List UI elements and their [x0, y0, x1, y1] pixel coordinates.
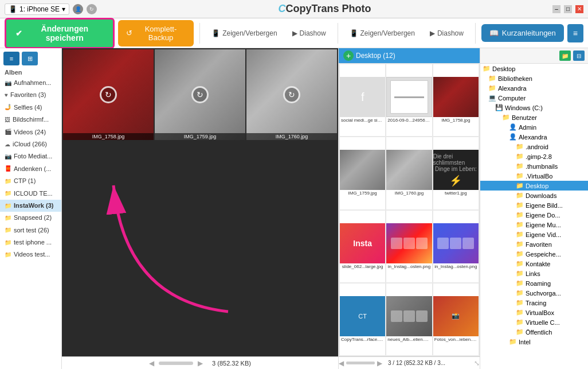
- tree-item-admin[interactable]: 👤 Admin: [480, 122, 588, 132]
- sidebar-item-sort-test[interactable]: 📁 sort test (26): [0, 224, 61, 236]
- desktop-photo-instagram1[interactable]: in_Instag...osten.png: [386, 211, 432, 282]
- backup-icon: ↺: [126, 29, 132, 37]
- diashow-button-1[interactable]: ▶ Diashow: [287, 26, 332, 41]
- tree-item-windows-c[interactable]: 💾 Windows (C:): [480, 103, 588, 112]
- folder-icon: 📁: [516, 231, 524, 238]
- tree-item-alexandra-user[interactable]: 👤 Alexandra: [480, 132, 588, 142]
- account-icon[interactable]: 👤: [73, 4, 83, 14]
- desktop-photo-doc[interactable]: 2016-09-0...24956.png: [386, 64, 432, 136]
- separator-2: [338, 23, 338, 44]
- tree-item-bibliotheken[interactable]: 📁 Bibliotheken: [480, 73, 588, 83]
- diashow-button-2[interactable]: ▶ Diashow: [424, 26, 469, 41]
- iphone-photo-1759[interactable]: ↻ IMG_1759.jpg: [155, 49, 245, 140]
- sidebar-item-foto-mediat[interactable]: 📷 Foto Mediat...: [0, 150, 61, 162]
- tree-item-eigene-dok[interactable]: 📁 Eigene Do...: [480, 210, 588, 220]
- iphone-statusbar: ◀ ▶ 3 (852.32 KB): [62, 356, 338, 369]
- tree-item-links[interactable]: 📁 Links: [480, 269, 588, 278]
- scroll-right-icon[interactable]: ▶: [198, 359, 203, 367]
- tree-item-desktop-root[interactable]: 📁 Desktop: [480, 64, 588, 73]
- tree-item-thumbnails[interactable]: 📁 .thumbnails: [480, 161, 588, 171]
- desktop-scroll-left[interactable]: ◀: [339, 359, 344, 367]
- sidebar-item-instawork[interactable]: 📁 InstaWork (3): [0, 200, 61, 212]
- desktop-scroll-right[interactable]: ▶: [377, 359, 382, 367]
- app-title: CCopyTrans Photo: [279, 3, 371, 15]
- folder-icon-icloud: 📁: [5, 189, 11, 197]
- sidebar-item-favoriten[interactable]: ♥ Favoriten (3): [0, 89, 61, 101]
- filetree-collapse-button[interactable]: ⊟: [573, 51, 585, 61]
- tree-item-favoriten-tree[interactable]: 📁 Favoriten: [480, 239, 588, 249]
- add-to-desktop-button[interactable]: +: [343, 51, 354, 61]
- tree-item-tracing[interactable]: 📁 Tracing: [480, 298, 588, 308]
- desktop-photo-1760[interactable]: IMG_1760.jpg: [386, 137, 432, 209]
- tree-item-android[interactable]: 📁 .android: [480, 142, 588, 152]
- iphone-photo-grid: ↻ IMG_1758.jpg ↻ IMG_1759.jpg ↻ IMG_1760…: [62, 48, 338, 356]
- iphone-photo-1758[interactable]: ↻ IMG_1758.jpg: [63, 49, 154, 140]
- iphone-photo-1760[interactable]: ↻ IMG_1760.jpg: [246, 49, 337, 140]
- sidebar-item-icloud-te[interactable]: 📁 ICLOUD TE...: [0, 188, 61, 200]
- desktop-photo-social[interactable]: f social medi...ge size.jpg: [340, 64, 385, 136]
- desktop-photo-twitter[interactable]: Die drei schlimmsten Dinge im Leben: ⚡ t…: [433, 137, 479, 209]
- desktop-photo-fotos[interactable]: 📸 Fotos_von...ieben.png: [433, 283, 479, 355]
- save-button[interactable]: ✔ Änderungen speichern: [5, 18, 115, 49]
- sidebar-view-btn-1[interactable]: ≡: [3, 52, 19, 65]
- desktop-photo-1758[interactable]: IMG_1758.jpg: [433, 64, 479, 136]
- scrollbar[interactable]: [159, 362, 193, 365]
- desktop-photo-instagram2[interactable]: in_Instag...osten.png: [433, 211, 479, 282]
- separator-1: [199, 23, 200, 44]
- tree-item-benutzer[interactable]: 📁 Benutzer: [480, 112, 588, 122]
- tree-item-eigene-mu[interactable]: 📁 Eigene Mu...: [480, 220, 588, 230]
- sidebar-item-ctp[interactable]: 📁 CTP (1): [0, 175, 61, 187]
- folder-icon: 📁: [516, 201, 524, 209]
- tree-item-gimp[interactable]: 📁 .gimp-2.8: [480, 152, 588, 161]
- tree-item-intel[interactable]: 📁 Intel: [480, 337, 588, 347]
- sidebar-item-bildschirm[interactable]: 🖼 Bildschirmf...: [0, 114, 61, 126]
- sidebar-item-selfies[interactable]: 🤳 Selfies (4): [0, 102, 61, 114]
- sidebar-item-snapseed[interactable]: 📁 Snapseed (2): [0, 212, 61, 224]
- screen-icon: 🖼: [5, 116, 10, 124]
- desktop-photo-label-copytrans: CopyTrans...rface.png: [340, 336, 385, 343]
- tree-item-oeffentlich[interactable]: 📁 Öffentlich: [480, 327, 588, 337]
- tree-item-virtuelle-c[interactable]: 📁 Virtuelle C...: [480, 317, 588, 327]
- desktop-photo-slide[interactable]: Insta slide_062...large.jpg: [340, 211, 385, 282]
- tree-item-desktop-selected[interactable]: 📁 Desktop: [480, 181, 588, 191]
- sidebar-item-icloud[interactable]: ☁ iCloud (266): [0, 138, 61, 150]
- new-folder-button[interactable]: 📁: [559, 51, 571, 61]
- tree-item-virtualbox[interactable]: 📁 VirtualBox: [480, 308, 588, 317]
- iphone-panel: ↻ IMG_1758.jpg ↻ IMG_1759.jpg ↻ IMG_1760…: [62, 48, 338, 369]
- play-icon-1: ▶: [292, 29, 297, 37]
- tree-item-kontakte[interactable]: 📁 Kontakte: [480, 259, 588, 269]
- desktop-photo-album[interactable]: neues_Alb...ellen.png: [386, 283, 432, 355]
- maximize-button[interactable]: □: [564, 5, 572, 13]
- tree-item-virtualbo[interactable]: 📁 .VirtualBo: [480, 171, 588, 181]
- desktop-photo-copytrans[interactable]: CT CopyTrans...rface.png: [340, 283, 385, 355]
- tree-item-eigene-bild[interactable]: 📁 Eigene Bild...: [480, 200, 588, 210]
- sidebar-item-videos-test[interactable]: 📁 Videos test...: [0, 248, 61, 261]
- desktop-photo-1759[interactable]: IMG_1759.jpg: [340, 137, 385, 209]
- tree-item-suchvorga[interactable]: 📁 Suchvorga...: [480, 288, 588, 298]
- tree-item-computer[interactable]: 💻 Computer: [480, 93, 588, 103]
- sidebar-item-videos[interactable]: 🎬 Videos (24): [0, 126, 61, 138]
- show-hide-button-1[interactable]: 📱 Zeigen/Verbergen: [206, 26, 283, 41]
- tree-item-downloads[interactable]: 📁 Downloads: [480, 191, 588, 200]
- device-selector[interactable]: 📱 1: iPhone SE ▾: [5, 3, 69, 15]
- tree-item-gespeiche[interactable]: 📁 Gespeiche...: [480, 249, 588, 259]
- sidebar-item-test-iphone[interactable]: 📁 test iphone ...: [0, 236, 61, 248]
- sidebar-item-andenken[interactable]: 🧧 Andenken (...: [0, 163, 61, 175]
- user-icon: 👤: [509, 133, 517, 141]
- close-button[interactable]: ✕: [575, 5, 583, 13]
- desktop-expand-icon[interactable]: ⤡: [474, 359, 480, 367]
- show-hide-button-2[interactable]: 📱 Zeigen/Verbergen: [344, 26, 421, 41]
- minimize-button[interactable]: –: [552, 5, 560, 13]
- sidebar-view-btn-2[interactable]: ⊞: [22, 52, 38, 65]
- tree-item-roaming[interactable]: 📁 Roaming: [480, 278, 588, 288]
- sidebar-item-aufnahmen[interactable]: 📷 Aufnahmen...: [0, 77, 61, 89]
- guide-button[interactable]: 📖 Kurzanleitungen: [481, 24, 564, 42]
- menu-button[interactable]: ≡: [567, 24, 583, 42]
- scroll-left-icon[interactable]: ◀: [149, 359, 154, 367]
- tree-item-eigene-vid[interactable]: 📁 Eigene Vid...: [480, 230, 588, 239]
- backup-button[interactable]: ↺ Komplett-Backup: [118, 20, 194, 46]
- loading-spinner-3: ↻: [283, 86, 300, 103]
- desktop-scrollbar[interactable]: [346, 362, 375, 364]
- refresh-icon[interactable]: ↻: [87, 4, 97, 14]
- tree-item-alexandra-root[interactable]: 📁 Alexandra: [480, 83, 588, 93]
